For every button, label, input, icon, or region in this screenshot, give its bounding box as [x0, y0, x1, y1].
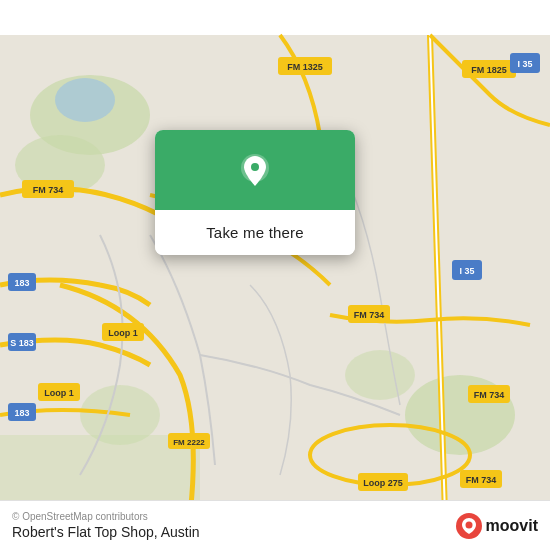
popup-card: Take me there: [155, 130, 355, 255]
take-me-there-button[interactable]: Take me there: [155, 210, 355, 255]
bottom-left-info: © OpenStreetMap contributors Robert's Fl…: [12, 511, 200, 540]
moovit-logo: moovit: [455, 512, 538, 540]
map-container: FM 734 FM 1325 FM 1825 I 35 I 35 FM 7 18…: [0, 0, 550, 550]
attribution-text: © OpenStreetMap contributors: [12, 511, 200, 522]
svg-text:183: 183: [14, 278, 29, 288]
location-pin-icon: [233, 150, 277, 194]
svg-text:Loop 275: Loop 275: [363, 478, 403, 488]
svg-point-45: [251, 163, 259, 171]
svg-text:FM 2222: FM 2222: [173, 438, 205, 447]
svg-point-4: [345, 350, 415, 400]
bottom-bar: © OpenStreetMap contributors Robert's Fl…: [0, 500, 550, 550]
moovit-brand-text: moovit: [486, 517, 538, 535]
svg-text:Loop 1: Loop 1: [108, 328, 138, 338]
popup-header: [155, 130, 355, 210]
svg-text:Loop 1: Loop 1: [44, 388, 74, 398]
svg-text:183: 183: [14, 408, 29, 418]
place-name: Robert's Flat Top Shop, Austin: [12, 524, 200, 540]
svg-text:I 35: I 35: [517, 59, 532, 69]
svg-text:FM 734: FM 734: [466, 475, 497, 485]
svg-text:I 35: I 35: [459, 266, 474, 276]
svg-text:FM 734: FM 734: [33, 185, 64, 195]
svg-point-47: [465, 521, 472, 528]
moovit-icon: [455, 512, 483, 540]
svg-text:FM 1825: FM 1825: [471, 65, 507, 75]
svg-text:S 183: S 183: [10, 338, 34, 348]
svg-point-7: [55, 78, 115, 122]
svg-text:FM 734: FM 734: [354, 310, 385, 320]
svg-text:FM 734: FM 734: [474, 390, 505, 400]
svg-text:FM 1325: FM 1325: [287, 62, 323, 72]
map-background: FM 734 FM 1325 FM 1825 I 35 I 35 FM 7 18…: [0, 0, 550, 550]
